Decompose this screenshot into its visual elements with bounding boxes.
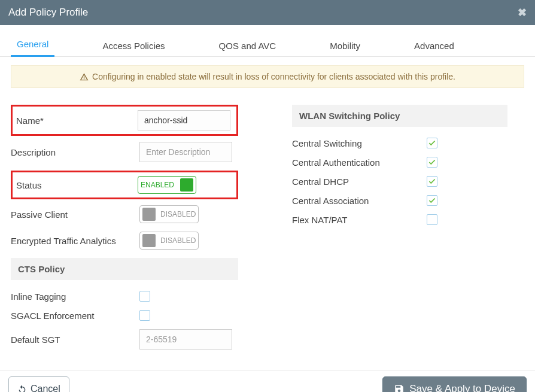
right-column: WLAN Switching Policy Central Switching … [292,105,507,358]
encrypted-traffic-knob [142,234,156,247]
passive-client-toggle[interactable]: DISABLED [139,205,199,223]
status-toggle[interactable]: ENABLED [138,176,196,194]
undo-icon [17,384,27,392]
status-toggle-knob [180,178,193,192]
default-sgt-input[interactable] [139,329,232,350]
flex-nat-pat-label: Flex NAT/PAT [292,215,427,225]
warning-text: Configuring in enabled state will result… [92,72,455,81]
dialog-titlebar: Add Policy Profile ✖ [0,0,535,25]
status-highlight: Status ENABLED [11,171,238,199]
default-sgt-label: Default SGT [11,335,139,345]
encrypted-traffic-toggle-text: DISABLED [160,236,196,245]
wlan-switching-header: WLAN Switching Policy [292,105,507,127]
central-association-checkbox[interactable] [427,195,437,206]
description-label: Description [11,147,139,157]
inline-tagging-label: Inline Tagging [11,291,139,302]
central-authentication-label: Central Authentication [292,157,427,168]
tab-access-policies[interactable]: Access Policies [96,37,171,57]
tab-qos-avc[interactable]: QOS and AVC [213,37,282,57]
central-dhcp-checkbox[interactable] [427,176,437,187]
tab-general[interactable]: General [11,35,54,57]
cancel-button-label: Cancel [31,384,60,392]
sgacl-enforcement-checkbox[interactable] [139,310,150,321]
tab-mobility[interactable]: Mobility [324,37,366,57]
passive-client-toggle-text: DISABLED [160,210,196,218]
name-highlight: Name* [11,105,238,136]
passive-client-label: Passive Client [11,209,139,220]
warning-icon [80,72,89,81]
name-label: Name* [16,116,138,126]
dialog-footer: Cancel Save & Apply to Device [0,370,535,392]
central-switching-label: Central Switching [292,138,427,148]
tab-advanced[interactable]: Advanced [408,37,460,57]
description-input[interactable] [139,142,232,162]
name-input[interactable] [138,110,230,130]
flex-nat-pat-checkbox[interactable] [427,214,437,225]
save-apply-button[interactable]: Save & Apply to Device [382,376,527,392]
central-switching-checkbox[interactable] [427,138,437,148]
form-content: Name* Description Status ENABLED Pa [0,96,535,370]
status-label: Status [16,180,138,190]
add-policy-profile-dialog: Add Policy Profile ✖ General Access Poli… [0,0,535,392]
cancel-button[interactable]: Cancel [8,376,69,392]
central-dhcp-label: Central DHCP [292,177,427,187]
encrypted-traffic-label: Encrypted Traffic Analytics [11,236,139,246]
cts-policy-header: CTS Policy [11,258,238,280]
close-icon[interactable]: ✖ [518,6,527,19]
central-association-label: Central Association [292,196,427,206]
left-column: Name* Description Status ENABLED Pa [11,105,238,358]
tab-bar: General Access Policies QOS and AVC Mobi… [0,25,535,57]
inline-tagging-checkbox[interactable] [139,291,150,302]
sgacl-enforcement-label: SGACL Enforcement [11,311,139,321]
central-authentication-checkbox[interactable] [427,157,437,168]
passive-client-knob [142,208,156,221]
warning-alert: Configuring in enabled state will result… [11,65,524,88]
status-toggle-text: ENABLED [141,181,174,189]
dialog-title: Add Policy Profile [8,7,88,19]
encrypted-traffic-toggle[interactable]: DISABLED [139,232,199,250]
save-icon [394,384,405,392]
save-apply-button-label: Save & Apply to Device [409,383,515,392]
